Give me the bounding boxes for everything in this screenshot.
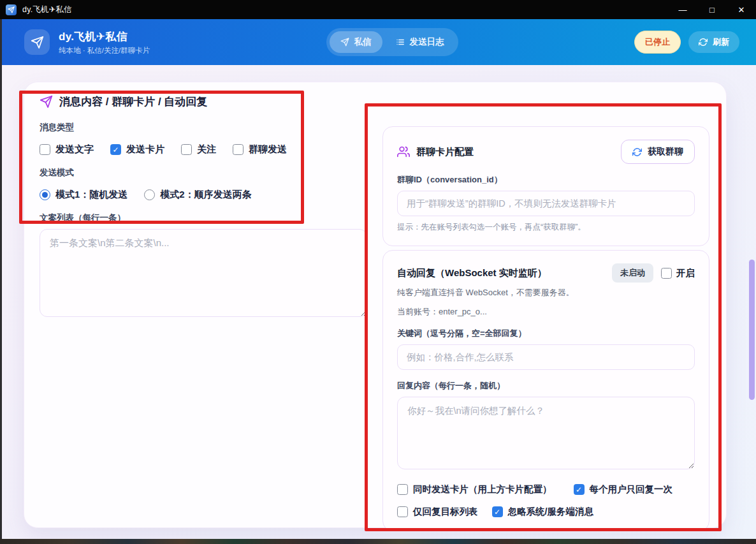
taskbar-sliver	[0, 539, 756, 544]
message-type-options: 发送文字 发送卡片 关注 群聊发送	[40, 143, 367, 156]
brand: dy.飞机✈私信 纯本地 · 私信/关注/群聊卡片	[24, 29, 150, 55]
reply-content-label: 回复内容（每行一条，随机）	[397, 380, 695, 392]
checkbox-icon[interactable]	[40, 144, 50, 155]
checkbox-icon[interactable]	[181, 144, 192, 155]
titlebar: dy.飞机✈私信 — □ ✕	[0, 0, 756, 19]
section-title: 消息内容 / 群聊卡片 / 自动回复	[59, 94, 207, 109]
checkbox-icon[interactable]	[397, 506, 408, 517]
checkbox-send-card[interactable]: 发送卡片	[110, 143, 164, 156]
radio-icon[interactable]	[144, 189, 155, 200]
auto-reply-title: 自动回复（WebSocket 实时监听）	[397, 267, 547, 279]
reply-content-textarea[interactable]	[397, 397, 695, 469]
tab-send-log[interactable]: 发送日志	[385, 31, 455, 53]
fetch-groups-button[interactable]: 获取群聊	[621, 140, 695, 164]
app-title: dy.飞机✈私信	[59, 29, 150, 44]
group-card-config: 群聊卡片配置 获取群聊 群聊ID（conversation_id） 提示：先在账…	[382, 126, 709, 246]
auto-reply-section: 自动回复（WebSocket 实时监听） 未启动 开启 纯客户端直连抖音 Web…	[382, 250, 709, 531]
app-logo-icon	[6, 4, 17, 15]
paper-plane-icon	[40, 95, 53, 108]
radio-icon[interactable]	[40, 189, 50, 200]
message-content-section: 消息内容 / 群聊卡片 / 自动回复 消息类型 发送文字 发送卡片 关注 群聊发…	[40, 94, 367, 320]
checkbox-enable[interactable]: 开启	[661, 267, 695, 279]
section-heading: 消息内容 / 群聊卡片 / 自动回复	[40, 94, 367, 109]
list-icon	[396, 38, 405, 47]
checkbox-follow[interactable]: 关注	[181, 143, 216, 156]
conversation-id-hint: 提示：先在账号列表勾选一个账号，再点“获取群聊”。	[397, 222, 695, 233]
close-button[interactable]: ✕	[727, 0, 756, 19]
conversation-id-input[interactable]	[397, 191, 695, 216]
window-left-border	[0, 19, 2, 544]
refresh-icon	[699, 38, 708, 47]
paper-plane-icon	[24, 29, 50, 55]
checkbox-icon[interactable]	[574, 484, 585, 495]
keywords-input[interactable]	[397, 344, 695, 370]
current-account: 当前账号：enter_pc_o...	[397, 306, 695, 318]
minimize-button[interactable]: —	[668, 0, 697, 19]
refresh-icon	[632, 147, 642, 157]
checkbox-send-text[interactable]: 发送文字	[40, 143, 94, 156]
refresh-button[interactable]: 刷新	[688, 31, 739, 53]
group-card-title: 群聊卡片配置	[416, 146, 474, 158]
main-tabs: 私信 发送日志	[326, 28, 458, 56]
checkbox-icon[interactable]	[397, 484, 408, 495]
window-title: dy.飞机✈私信	[22, 4, 72, 15]
copy-list-label: 文案列表（每行一条）	[40, 212, 367, 224]
copy-list-textarea[interactable]	[40, 229, 367, 317]
send-mode-label: 发送模式	[40, 167, 367, 179]
auto-reply-options-row-1: 同时发送卡片（用上方卡片配置） 每个用户只回复一次	[397, 483, 695, 496]
app-subtitle: 纯本地 · 私信/关注/群聊卡片	[59, 46, 150, 55]
checkbox-icon[interactable]	[110, 144, 121, 155]
checkbox-ignore-system-messages[interactable]: 忽略系统/服务端消息	[492, 506, 594, 518]
checkbox-icon[interactable]	[492, 506, 503, 517]
checkbox-icon[interactable]	[233, 144, 244, 155]
app-window: dy.飞机✈私信 — □ ✕ dy.飞机✈私信 纯本地 · 私信/关注/群聊卡片…	[0, 0, 756, 544]
send-mode-options: 模式1：随机发送 模式2：顺序发送两条	[40, 189, 367, 201]
auto-reply-options-row-2: 仅回复目标列表 忽略系统/服务端消息	[397, 506, 695, 518]
tab-private-message[interactable]: 私信	[330, 31, 382, 53]
send-icon	[340, 38, 349, 47]
message-type-label: 消息类型	[40, 122, 367, 133]
checkbox-group-send[interactable]: 群聊发送	[233, 143, 287, 156]
checkbox-reply-once-per-user[interactable]: 每个用户只回复一次	[574, 483, 673, 496]
auto-reply-subtitle: 纯客户端直连抖音 WebSocket，不需要服务器。	[397, 287, 695, 298]
radio-mode-2[interactable]: 模式2：顺序发送两条	[144, 189, 251, 201]
checkbox-only-target-list[interactable]: 仅回复目标列表	[397, 506, 478, 518]
vertical-scrollbar-thumb[interactable]	[749, 260, 755, 400]
status-badge-stopped: 已停止	[634, 31, 681, 54]
conversation-id-label: 群聊ID（conversation_id）	[397, 174, 695, 186]
keywords-label: 关键词（逗号分隔，空=全部回复）	[397, 328, 695, 339]
radio-mode-1[interactable]: 模式1：随机发送	[40, 189, 127, 201]
checkbox-icon[interactable]	[661, 268, 672, 279]
status-badge-not-started: 未启动	[612, 263, 653, 283]
maximize-button[interactable]: □	[697, 0, 727, 19]
app-header: dy.飞机✈私信 纯本地 · 私信/关注/群聊卡片 私信 发送日志 已停止 刷新	[0, 19, 756, 65]
users-icon	[397, 145, 410, 158]
checkbox-also-send-card[interactable]: 同时发送卡片（用上方卡片配置）	[397, 483, 552, 496]
